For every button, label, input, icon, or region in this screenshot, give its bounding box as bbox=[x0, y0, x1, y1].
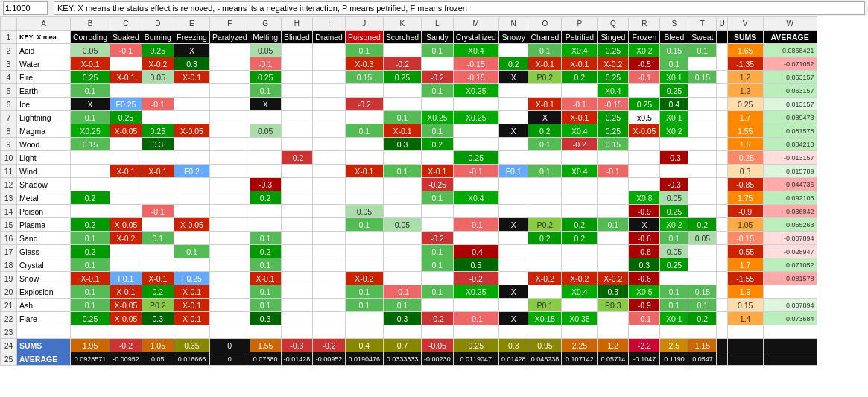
data-cell[interactable] bbox=[528, 205, 562, 218]
data-cell[interactable]: 0.2 bbox=[71, 245, 110, 258]
data-cell[interactable]: 0.05 bbox=[383, 218, 421, 232]
data-cell[interactable] bbox=[313, 325, 346, 339]
data-cell[interactable] bbox=[281, 325, 313, 339]
data-cell[interactable]: X-0.1 bbox=[142, 165, 174, 178]
data-cell[interactable] bbox=[110, 138, 142, 151]
header-cell-9[interactable]: Drained bbox=[313, 31, 346, 44]
data-cell[interactable] bbox=[250, 205, 281, 218]
data-cell[interactable] bbox=[209, 299, 250, 312]
data-cell[interactable]: X-0.1 bbox=[345, 165, 383, 178]
data-cell[interactable]: 0.1 bbox=[422, 124, 454, 138]
data-cell[interactable]: X0.4 bbox=[562, 124, 598, 138]
data-cell[interactable]: -0.00952 bbox=[313, 352, 346, 366]
col-C[interactable]: C bbox=[110, 17, 142, 31]
data-cell[interactable]: -0.15 bbox=[598, 98, 629, 111]
data-cell[interactable]: -0.3 bbox=[281, 339, 313, 352]
data-cell[interactable] bbox=[209, 325, 250, 339]
data-cell[interactable]: X-0.2 bbox=[142, 57, 174, 71]
col-Q[interactable]: Q bbox=[598, 17, 629, 31]
data-cell[interactable]: 1.9 bbox=[727, 285, 763, 299]
data-cell[interactable]: 0.25 bbox=[453, 151, 498, 165]
data-cell[interactable] bbox=[498, 98, 528, 111]
data-cell[interactable] bbox=[174, 205, 209, 218]
data-cell[interactable]: 0.0928571 bbox=[71, 352, 110, 366]
data-cell[interactable] bbox=[498, 272, 528, 285]
data-cell[interactable] bbox=[281, 218, 313, 232]
data-cell[interactable]: 0.1 bbox=[383, 111, 421, 124]
data-cell[interactable] bbox=[688, 245, 717, 258]
data-cell[interactable] bbox=[313, 258, 346, 272]
data-cell[interactable] bbox=[562, 151, 598, 165]
data-cell[interactable]: X-0.2 bbox=[345, 272, 383, 285]
data-cell[interactable]: X-0.05 bbox=[110, 124, 142, 138]
row-label[interactable]: Glass bbox=[17, 245, 71, 258]
data-cell[interactable]: X-0.2 bbox=[598, 272, 629, 285]
data-cell[interactable] bbox=[498, 84, 528, 98]
header-cell-22[interactable]: SUMS bbox=[727, 31, 763, 44]
data-cell[interactable]: -2.2 bbox=[629, 339, 660, 352]
data-cell[interactable] bbox=[209, 178, 250, 191]
data-cell[interactable]: X0.25 bbox=[453, 111, 498, 124]
data-cell[interactable] bbox=[763, 352, 817, 366]
data-cell[interactable] bbox=[688, 84, 717, 98]
data-cell[interactable] bbox=[717, 178, 727, 191]
data-cell[interactable] bbox=[763, 339, 817, 352]
data-cell[interactable]: 0.2 bbox=[688, 218, 717, 232]
data-cell[interactable]: 0.3 bbox=[598, 285, 629, 299]
data-cell[interactable]: 0.25 bbox=[383, 71, 421, 84]
data-cell[interactable]: 0.25 bbox=[598, 71, 629, 84]
data-cell[interactable] bbox=[209, 205, 250, 218]
col-H[interactable]: H bbox=[281, 17, 313, 31]
data-cell[interactable] bbox=[209, 84, 250, 98]
data-cell[interactable] bbox=[345, 178, 383, 191]
data-cell[interactable] bbox=[142, 191, 174, 205]
data-cell[interactable]: -0.2 bbox=[422, 312, 454, 325]
data-cell[interactable]: X-0.1 bbox=[422, 165, 454, 178]
data-cell[interactable]: 0.05 bbox=[142, 71, 174, 84]
data-cell[interactable]: 0.1 bbox=[250, 299, 281, 312]
data-cell[interactable]: 0.081578 bbox=[763, 124, 817, 138]
data-cell[interactable] bbox=[209, 218, 250, 232]
data-cell[interactable]: 0.3 bbox=[498, 339, 528, 352]
data-cell[interactable]: 0.1 bbox=[660, 232, 688, 245]
data-cell[interactable] bbox=[250, 218, 281, 232]
data-cell[interactable]: 0.25 bbox=[727, 98, 763, 111]
data-cell[interactable] bbox=[71, 165, 110, 178]
header-cell-15[interactable]: Charred bbox=[528, 31, 562, 44]
row-label[interactable]: Ice bbox=[17, 98, 71, 111]
data-cell[interactable]: 0.1 bbox=[422, 285, 454, 299]
data-cell[interactable] bbox=[660, 165, 688, 178]
data-cell[interactable] bbox=[281, 191, 313, 205]
data-cell[interactable] bbox=[598, 178, 629, 191]
data-cell[interactable]: 0.016666 bbox=[174, 352, 209, 366]
data-cell[interactable]: X bbox=[498, 312, 528, 325]
col-D[interactable]: D bbox=[142, 17, 174, 31]
data-cell[interactable]: 0.1 bbox=[422, 44, 454, 57]
data-cell[interactable] bbox=[717, 258, 727, 272]
data-cell[interactable] bbox=[727, 325, 763, 339]
data-cell[interactable] bbox=[209, 165, 250, 178]
data-cell[interactable] bbox=[209, 272, 250, 285]
data-cell[interactable] bbox=[174, 191, 209, 205]
data-cell[interactable] bbox=[498, 178, 528, 191]
data-cell[interactable]: -0.85 bbox=[727, 178, 763, 191]
data-cell[interactable] bbox=[717, 71, 727, 84]
data-cell[interactable] bbox=[562, 299, 598, 312]
header-cell-17[interactable]: Singed bbox=[598, 31, 629, 44]
data-cell[interactable] bbox=[763, 285, 817, 299]
data-cell[interactable]: 0.25 bbox=[598, 124, 629, 138]
data-cell[interactable] bbox=[383, 44, 421, 57]
data-cell[interactable] bbox=[717, 165, 727, 178]
header-cell-1[interactable]: KEY: X mea bbox=[17, 31, 71, 44]
data-cell[interactable] bbox=[209, 111, 250, 124]
data-cell[interactable]: X bbox=[174, 44, 209, 57]
data-cell[interactable]: 0.25 bbox=[453, 339, 498, 352]
data-cell[interactable] bbox=[174, 258, 209, 272]
data-cell[interactable] bbox=[383, 258, 421, 272]
row-label[interactable]: Water bbox=[17, 57, 71, 71]
data-cell[interactable] bbox=[209, 285, 250, 299]
row-label[interactable]: AVERAGE bbox=[17, 352, 71, 366]
data-cell[interactable]: 0.05714 bbox=[598, 352, 629, 366]
data-cell[interactable]: 0.1 bbox=[383, 299, 421, 312]
data-cell[interactable] bbox=[110, 205, 142, 218]
